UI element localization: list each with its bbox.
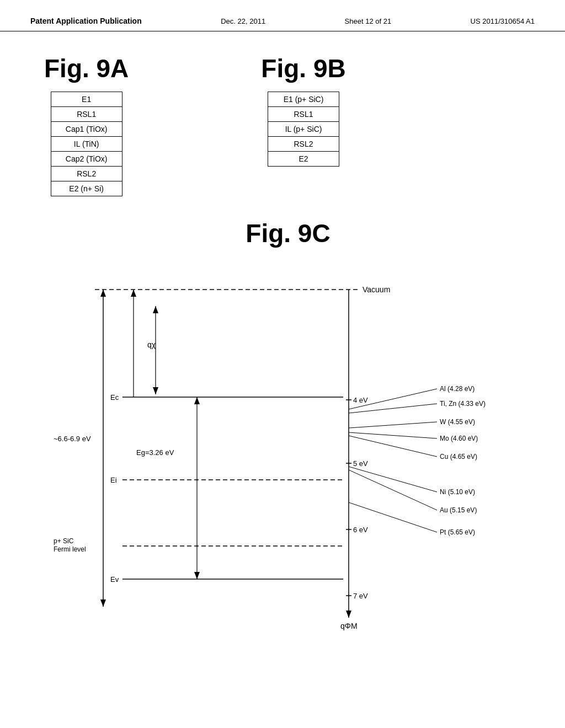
svg-line-25 — [349, 422, 437, 428]
fig9a-layer-cap2: Cap2 (TiOx) — [51, 152, 122, 167]
al-label: Al (4.28 eV) — [440, 385, 475, 393]
ni-label: Ni (5.10 eV) — [440, 488, 475, 496]
cu-label: Cu (4.65 eV) — [440, 453, 477, 461]
w-label: W (4.55 eV) — [440, 418, 475, 426]
fig9a-layer-il: IL (TiN) — [51, 137, 122, 152]
fig9a-layer-e1: E1 — [51, 92, 122, 107]
svg-marker-7 — [153, 306, 158, 313]
ec-label: Ec — [110, 393, 119, 402]
pt-label: Pt (5.65 eV) — [440, 528, 475, 536]
svg-line-29 — [349, 470, 437, 510]
header-sheet: Sheet 12 of 21 — [345, 17, 392, 25]
svg-line-27 — [349, 436, 437, 457]
tizn-label: Ti, Zn (4.33 eV) — [440, 400, 486, 408]
svg-marker-16 — [194, 397, 200, 404]
fig9b-layer-e2: E2 — [268, 152, 339, 166]
svg-marker-15 — [194, 572, 200, 579]
header: Patent Application Publication Dec. 22, … — [0, 0, 565, 31]
band-gap-label: ~6.6-6.9 eV — [54, 435, 91, 443]
fig9b-layer-rsl1: RSL1 — [268, 107, 339, 122]
fig9a-layer-e2: E2 (n+ Si) — [51, 181, 122, 196]
vacuum-label: Vacuum — [363, 285, 390, 294]
ei-label: Ei — [110, 476, 117, 484]
6ev-label: 6 eV — [353, 526, 368, 534]
fig9b-layer-il: IL (p+ SiC) — [268, 122, 339, 137]
page: Patent Application Publication Dec. 22, … — [0, 0, 565, 728]
fig9c-diagram: Vacuum ~6.6-6.9 eV Eg=3.26 eV qχ Ec — [51, 259, 525, 645]
svg-marker-3 — [100, 599, 106, 607]
svg-marker-10 — [131, 290, 136, 297]
fig9c-title: Fig. 9C — [44, 218, 532, 248]
svg-marker-2 — [100, 290, 106, 297]
4ev-label: 4 eV — [353, 396, 368, 404]
5ev-label: 5 eV — [353, 459, 368, 468]
fermi-label2: Fermi level — [54, 545, 86, 553]
svg-line-24 — [349, 404, 437, 413]
header-date: Dec. 22, 2011 — [221, 17, 265, 25]
qchi-label: qχ — [147, 340, 156, 349]
au-label: Au (5.15 eV) — [440, 506, 477, 514]
7ev-label: 7 eV — [353, 592, 368, 600]
eg-label: Eg=3.26 eV — [136, 448, 174, 457]
fig9a-layer-cap1: Cap1 (TiOx) — [51, 122, 122, 137]
figure-9a: Fig. 9A E1 RSL1 Cap1 (TiOx) IL (TiN) Cap… — [44, 53, 129, 196]
header-patent: US 2011/310654 A1 — [471, 17, 535, 25]
svg-marker-18 — [346, 611, 351, 618]
fig9b-title: Fig. 9B — [261, 53, 345, 83]
fig9a-layer-rsl2: RSL2 — [51, 167, 122, 181]
content-area: Fig. 9A E1 RSL1 Cap1 (TiOx) IL (TiN) Cap… — [0, 31, 565, 662]
fig9a-stack: E1 RSL1 Cap1 (TiOx) IL (TiN) Cap2 (TiOx)… — [51, 92, 122, 196]
top-figures-row: Fig. 9A E1 RSL1 Cap1 (TiOx) IL (TiN) Cap… — [44, 53, 532, 196]
fig9b-stack: E1 (p+ SiC) RSL1 IL (p+ SiC) RSL2 E2 — [268, 92, 339, 167]
svg-marker-5 — [153, 387, 158, 394]
fig9a-title: Fig. 9A — [44, 53, 129, 83]
header-publication: Patent Application Publication — [30, 17, 142, 25]
svg-line-26 — [349, 432, 437, 438]
ev-label: Ev — [110, 575, 119, 584]
fig9c-svg: Vacuum ~6.6-6.9 eV Eg=3.26 eV qχ Ec — [51, 259, 525, 645]
fig9b-layer-e1: E1 (p+ SiC) — [268, 92, 339, 107]
fermi-label1: p+ SiC — [54, 537, 74, 545]
fig9a-layer-rsl1: RSL1 — [51, 107, 122, 122]
figure-9b: Fig. 9B E1 (p+ SiC) RSL1 IL (p+ SiC) RSL… — [261, 53, 345, 196]
svg-line-28 — [349, 467, 437, 492]
mo-label: Mo (4.60 eV) — [440, 435, 478, 442]
qphim-label: qΦM — [340, 622, 358, 630]
fig9b-layer-rsl2: RSL2 — [268, 137, 339, 152]
